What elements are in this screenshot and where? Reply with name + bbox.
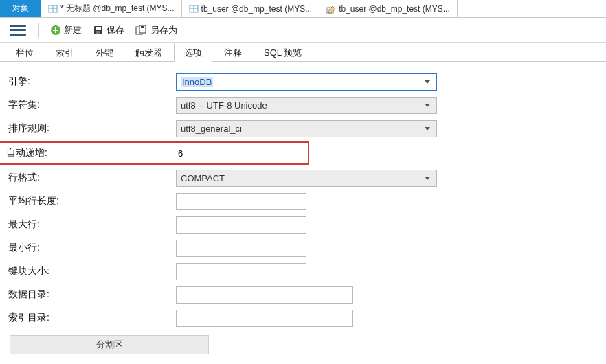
toolbar-label: 保存	[106, 24, 124, 36]
row-key-block: 键块大小:	[0, 260, 606, 283]
save-button[interactable]: 保存	[89, 23, 128, 38]
row-format-select[interactable]: COMPACT	[176, 170, 437, 187]
partition-label: 分割区	[96, 339, 123, 351]
row-index-dir: 索引目录:	[0, 306, 606, 330]
doc-tab-untitled[interactable]: * 无标题 @db_mp_test (MYS...	[41, 0, 182, 17]
label-max-rows: 最大行:	[0, 218, 176, 231]
row-row-format: 行格式: COMPACT	[0, 166, 606, 190]
tab-foreign-keys[interactable]: 外键	[85, 43, 124, 62]
tab-comment[interactable]: 注释	[214, 43, 252, 62]
chevron-down-icon	[421, 99, 434, 112]
tab-options[interactable]: 选项	[174, 43, 212, 62]
svg-rect-11	[96, 27, 101, 30]
chevron-down-icon	[421, 76, 434, 89]
avg-row-len-input[interactable]	[176, 193, 306, 210]
tab-columns[interactable]: 栏位	[5, 43, 44, 62]
engine-select[interactable]: InnoDB	[176, 73, 437, 91]
doc-tab-objects[interactable]: 对象	[0, 0, 41, 17]
partition-button[interactable]: 分割区	[10, 335, 209, 354]
label-key-block: 键块大小:	[0, 265, 176, 277]
design-icon	[326, 4, 336, 14]
auto-increment-input[interactable]	[174, 145, 304, 162]
doc-tab-tbuser-1[interactable]: tb_user @db_mp_test (MYS...	[182, 0, 320, 17]
save-icon	[93, 25, 104, 36]
options-form: 引擎: InnoDB 字符集: utf8 -- UTF-8 Unicode 排序…	[0, 62, 606, 354]
doc-tab-label: tb_user @db_mp_test (MYS...	[339, 4, 450, 14]
document-tabs: 对象 * 无标题 @db_mp_test (MYS... tb_user @db…	[0, 0, 606, 18]
row-max-rows: 最大行:	[0, 213, 606, 236]
row-auto-increment: 自动递增:	[0, 141, 309, 165]
collation-select[interactable]: utf8_general_ci	[176, 120, 437, 137]
divider	[38, 23, 39, 38]
label-collation: 排序规则:	[0, 122, 176, 135]
saveas-button[interactable]: 另存为	[131, 23, 181, 38]
table-icon	[48, 4, 58, 14]
tab-sql-preview[interactable]: SQL 预览	[254, 43, 312, 62]
doc-tab-label: tb_user @db_mp_test (MYS...	[201, 4, 313, 14]
label-min-rows: 最小行:	[0, 242, 176, 254]
label-data-dir: 数据目录:	[0, 288, 176, 301]
select-value: InnoDB	[181, 77, 213, 87]
plus-icon	[50, 25, 61, 36]
data-dir-input[interactable]	[176, 286, 353, 304]
label-row-format: 行格式:	[0, 172, 176, 184]
index-dir-input[interactable]	[176, 310, 353, 327]
toolbar: 新建 保存 另存为	[0, 18, 606, 43]
row-avg-row-len: 平均行长度:	[0, 190, 606, 213]
svg-rect-12	[96, 31, 100, 34]
max-rows-input[interactable]	[176, 216, 306, 234]
row-data-dir: 数据目录:	[0, 283, 606, 306]
saveas-icon	[135, 25, 148, 36]
select-value: utf8 -- UTF-8 Unicode	[181, 100, 267, 111]
tab-triggers[interactable]: 触发器	[125, 43, 172, 62]
menu-icon[interactable]	[10, 25, 26, 36]
label-index-dir: 索引目录:	[0, 312, 176, 324]
tab-indexes[interactable]: 索引	[45, 43, 84, 62]
doc-tab-label: 对象	[12, 3, 29, 14]
new-button[interactable]: 新建	[46, 23, 86, 38]
select-value: COMPACT	[181, 173, 225, 183]
doc-tab-label: * 无标题 @db_mp_test (MYS...	[60, 3, 175, 14]
toolbar-label: 新建	[64, 24, 82, 36]
page-tabs: 栏位 索引 外键 触发器 选项 注释 SQL 预览	[0, 43, 606, 62]
select-value: utf8_general_ci	[181, 124, 242, 134]
table-icon	[189, 4, 199, 14]
charset-select[interactable]: utf8 -- UTF-8 Unicode	[176, 97, 437, 114]
svg-rect-9	[53, 30, 58, 31]
label-engine: 引擎:	[0, 76, 176, 88]
row-collation: 排序规则: utf8_general_ci	[0, 117, 606, 140]
row-min-rows: 最小行:	[0, 236, 606, 260]
label-avg-row-len: 平均行长度:	[0, 195, 176, 207]
chevron-down-icon	[421, 122, 434, 135]
row-engine: 引擎: InnoDB	[0, 70, 606, 93]
chevron-down-icon	[421, 172, 434, 185]
label-auto-increment: 自动递增:	[1, 147, 174, 159]
row-charset: 字符集: utf8 -- UTF-8 Unicode	[0, 93, 606, 117]
svg-rect-15	[141, 26, 144, 28]
min-rows-input[interactable]	[176, 240, 306, 257]
doc-tab-tbuser-2[interactable]: tb_user @db_mp_test (MYS...	[319, 0, 458, 17]
toolbar-label: 另存为	[150, 24, 177, 36]
key-block-input[interactable]	[176, 263, 306, 280]
label-charset: 字符集:	[0, 99, 176, 111]
